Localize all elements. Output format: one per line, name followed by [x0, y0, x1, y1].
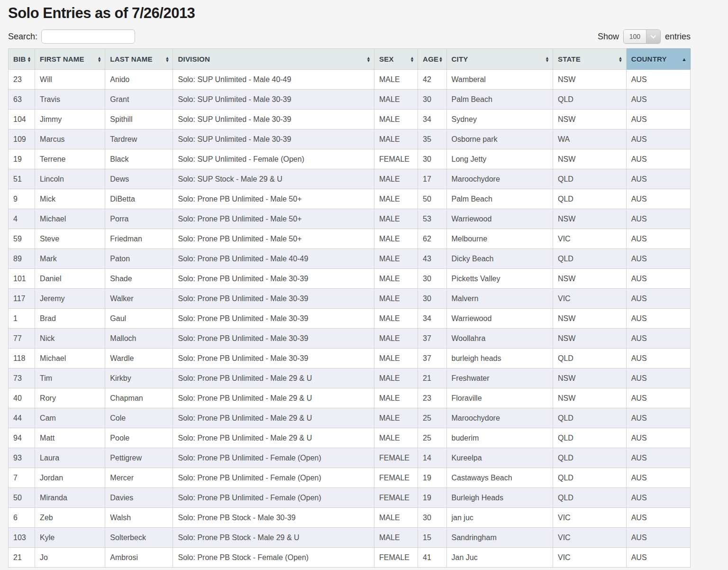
table-cell: VIC [553, 548, 627, 568]
table-cell: AUS [626, 70, 690, 90]
table-row: 77NickMallochSolo: Prone PB Unlimited - … [9, 329, 691, 349]
sort-both-icon: ▲▼ [97, 56, 101, 62]
table-cell: FEMALE [374, 448, 418, 468]
column-label: BIB [13, 55, 26, 63]
table-cell: AUS [626, 169, 690, 189]
table-cell: QLD [553, 189, 627, 209]
table-cell: Palm Beach [446, 90, 553, 110]
table-cell: Miranda [35, 488, 105, 508]
table-cell: buderim [446, 428, 553, 448]
table-row: 50MirandaDaviesSolo: Prone PB Unlimited … [9, 488, 691, 508]
table-cell: Solo: Prone PB Unlimited - Male 29 & U [173, 368, 374, 388]
table-cell: 43 [418, 249, 446, 269]
table-cell: Solo: Prone PB Unlimited - Male 50+ [173, 229, 374, 249]
table-cell: AUS [626, 229, 690, 249]
table-cell: VIC [553, 289, 627, 309]
table-cell: Solterbeck [105, 528, 173, 548]
table-cell: Solo: Prone PB Stock - Male 29 & U [173, 528, 374, 548]
table-row: 7JordanMercerSolo: Prone PB Unlimited - … [9, 468, 691, 488]
table-cell: Solo: Prone PB Unlimited - Male 30-39 [173, 349, 374, 368]
table-cell: 19 [418, 488, 446, 508]
table-cell: FEMALE [374, 548, 418, 568]
table-cell: Ambrosi [105, 548, 173, 568]
table-cell: MALE [374, 368, 418, 388]
column-header-bib[interactable]: BIB▲▼ [9, 49, 35, 70]
table-cell: 9 [9, 189, 35, 209]
table-cell: Laura [35, 448, 105, 468]
table-cell: Solo: Prone PB Unlimited - Female (Open) [173, 468, 374, 488]
table-cell: 89 [9, 249, 35, 269]
column-header-sex[interactable]: SEX▲▼ [374, 49, 418, 70]
table-cell: AUS [626, 149, 690, 169]
table-cell: AUS [626, 388, 690, 408]
table-cell: Maroochydore [446, 169, 553, 189]
table-cell: 15 [418, 528, 446, 548]
table-cell: 51 [9, 169, 35, 189]
table-cell: MALE [374, 269, 418, 289]
table-cell: 30 [418, 508, 446, 528]
table-cell: Wardle [105, 349, 173, 368]
column-header-state[interactable]: STATE▲▼ [553, 49, 627, 70]
table-row: 51LincolnDewsSolo: SUP Stock - Male 29 &… [9, 169, 691, 189]
table-cell: 73 [9, 368, 35, 388]
table-cell: AUS [626, 249, 690, 269]
table-cell: 103 [9, 528, 35, 548]
table-cell: Solo: SUP Unlimited - Male 30-39 [173, 129, 374, 149]
table-cell: AUS [626, 349, 690, 368]
column-header-last-name[interactable]: LAST NAME▲▼ [105, 49, 173, 70]
table-cell: MALE [374, 408, 418, 428]
table-cell: Michael [35, 349, 105, 368]
table-cell: MALE [374, 329, 418, 349]
table-cell: Gaul [105, 309, 173, 329]
table-cell: VIC [553, 229, 627, 249]
table-row: 1BradGaulSolo: Prone PB Unlimited - Male… [9, 309, 691, 329]
page-length-select[interactable]: 100 [623, 29, 661, 44]
table-cell: Wamberal [446, 70, 553, 90]
table-cell: Picketts Valley [446, 269, 553, 289]
table-row: 23WillAnidoSolo: SUP Unlimited - Male 40… [9, 70, 691, 90]
table-cell: Rory [35, 388, 105, 408]
table-cell: Jan Juc [446, 548, 553, 568]
table-cell: Palm Beach [446, 189, 553, 209]
table-cell: Sandringham [446, 528, 553, 548]
table-cell: 7 [9, 468, 35, 488]
table-cell: Solo: Prone PB Unlimited - Male 29 & U [173, 408, 374, 428]
sort-both-icon: ▲▼ [410, 56, 414, 62]
table-row: 44CamColeSolo: Prone PB Unlimited - Male… [9, 408, 691, 428]
table-cell: Solo: SUP Unlimited - Male 30-39 [173, 110, 374, 129]
table-cell: NSW [553, 209, 627, 229]
table-cell: Floraville [446, 388, 553, 408]
table-cell: Tardrew [105, 129, 173, 149]
column-header-city[interactable]: CITY▲▼ [446, 49, 553, 70]
table-cell: NSW [553, 110, 627, 129]
search-input[interactable] [41, 29, 135, 44]
table-cell: Long Jetty [446, 149, 553, 169]
column-header-first-name[interactable]: FIRST NAME▲▼ [35, 49, 105, 70]
table-cell: AUS [626, 110, 690, 129]
table-cell: AUS [626, 408, 690, 428]
column-label: COUNTRY [631, 55, 667, 63]
table-cell: 77 [9, 329, 35, 349]
column-header-country[interactable]: COUNTRY▲ [626, 49, 690, 70]
column-label: SEX [379, 55, 394, 63]
table-cell: Kyle [35, 528, 105, 548]
table-cell: Solo: Prone PB Stock - Female (Open) [173, 548, 374, 568]
page-title: Solo Entries as of 7/26/2013 [8, 5, 691, 22]
table-cell: WA [553, 129, 627, 149]
table-cell: Solo: Prone PB Unlimited - Male 30-39 [173, 329, 374, 349]
table-cell: 118 [9, 349, 35, 368]
table-cell: AUS [626, 329, 690, 349]
table-cell: Kureelpa [446, 448, 553, 468]
table-row: 104JimmySpithillSolo: SUP Unlimited - Ma… [9, 110, 691, 129]
table-cell: QLD [553, 448, 627, 468]
table-cell: Brad [35, 309, 105, 329]
column-header-age[interactable]: AGE▲▼ [418, 49, 446, 70]
table-cell: NSW [553, 269, 627, 289]
table-cell: QLD [553, 428, 627, 448]
column-label: STATE [558, 55, 581, 63]
table-cell: AUS [626, 289, 690, 309]
column-header-division[interactable]: DIVISION▲▼ [173, 49, 374, 70]
table-row: 73TimKirkbySolo: Prone PB Unlimited - Ma… [9, 368, 691, 388]
table-cell: Nick [35, 329, 105, 349]
column-label: FIRST NAME [40, 55, 84, 63]
